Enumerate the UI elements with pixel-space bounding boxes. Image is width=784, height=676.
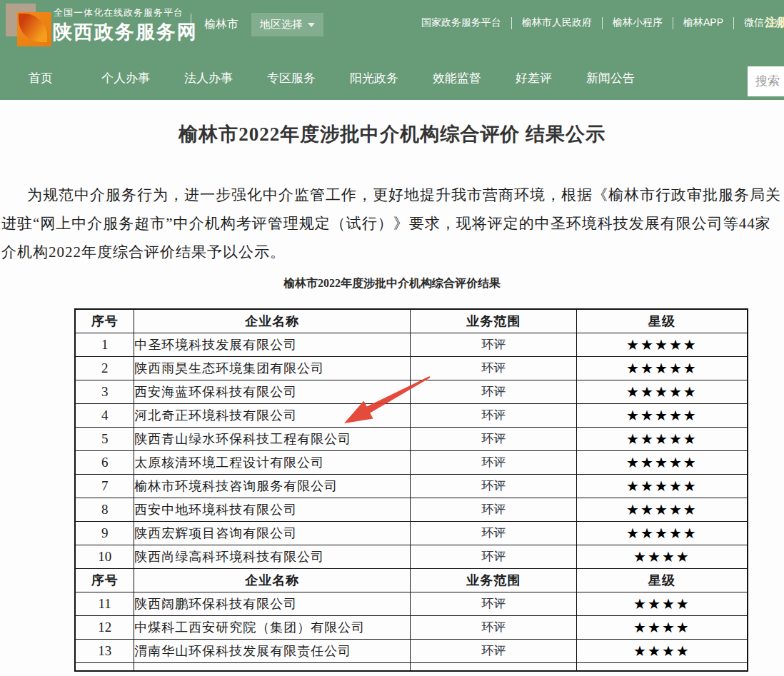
cell-scope: 环评 [411, 498, 576, 521]
cell-no: 3 [75, 380, 134, 403]
column-header: 序号 [75, 568, 134, 592]
top-link[interactable]: 榆林小程序 [603, 16, 673, 29]
nav-item[interactable]: 法人办事 [184, 70, 233, 86]
cell-no: 9 [75, 521, 134, 545]
star-rating: ★★★★ [576, 545, 748, 568]
nav-item[interactable]: 效能监督 [433, 70, 481, 86]
cell-scope: 环评 [411, 427, 576, 450]
cell-no: 11 [75, 592, 134, 615]
paragraph-line: 为规范中介服务行为，进一步强化中介监管工作，更好地提升我市营商环境，根据《榆林市… [1, 181, 784, 209]
star-rating: ★★★★ [576, 639, 748, 662]
table-row: 13渭南华山环保科技发展有限责任公司环评★★★★ [75, 639, 748, 662]
cell-no: 5 [75, 427, 134, 450]
star-rating: ★★★★★ [576, 450, 748, 474]
column-header: 序号 [75, 309, 134, 333]
table-row: 10陕西尚绿高科环境科技有限公司环评★★★★ [75, 545, 748, 568]
page-title: 榆林市2022年度涉批中介机构综合评价 结果公示 [0, 121, 784, 147]
cell-name: 河北奇正环境科技有限公司 [134, 403, 411, 427]
site-logo[interactable] [6, 4, 51, 46]
cell-no: 1 [75, 333, 134, 356]
register-link[interactable]: 注册 [765, 16, 784, 31]
site-name: 陕西政务服务网 [53, 19, 198, 45]
cell-scope: 环评 [411, 403, 576, 427]
table-row: 1中圣环境科技发展有限公司环评★★★★★ [75, 333, 748, 356]
star-rating: ★★★★★ [576, 498, 748, 521]
star-rating: ★★★★★ [576, 333, 748, 356]
cell-no: 8 [75, 498, 134, 521]
cell-scope: 环评 [411, 474, 576, 498]
cell-scope: 环评 [411, 521, 576, 545]
cell-empty [576, 662, 748, 671]
cell-name: 陕西青山绿水环保科技工程有限公司 [134, 427, 411, 450]
header-divider [191, 14, 191, 36]
nav-item[interactable]: 新闻公告 [586, 70, 635, 86]
cell-name: 西安海蓝环保科技有限公司 [134, 380, 411, 403]
table-row: 9陕西宏辉项目咨询有限公司环评★★★★★ [75, 521, 748, 545]
table-row: 3西安海蓝环保科技有限公司环评★★★★★ [75, 380, 748, 403]
cell-name: 陕西阔鹏环保科技有限公司 [134, 592, 411, 615]
star-rating: ★★★★★ [576, 403, 748, 427]
star-rating: ★★★★★ [576, 356, 748, 380]
region-selector-button[interactable]: 地区选择 [251, 13, 323, 36]
table-header-row: 序号企业名称业务范围星级 [75, 568, 748, 592]
column-header: 企业名称 [134, 309, 411, 333]
announcement-article: 榆林市2022年度涉批中介机构综合评价 结果公示 为规范中介服务行为，进一步强化… [0, 100, 784, 676]
cell-name: 榆林市环境科技咨询服务有限公司 [134, 474, 411, 498]
page: 全国一体化在线政务服务平台 陕西政务服务网 榆林市 地区选择 国家政务服务平台榆… [0, 0, 784, 676]
cell-empty [134, 662, 411, 671]
top-link[interactable]: 榆林市人民政府 [512, 16, 602, 29]
cell-no: 6 [75, 450, 134, 474]
cell-scope: 环评 [411, 450, 576, 474]
column-header: 业务范围 [411, 568, 576, 592]
cell-no: 7 [75, 474, 134, 498]
nav-item[interactable]: 专区服务 [267, 70, 316, 86]
cell-name: 中圣环境科技发展有限公司 [134, 333, 411, 356]
search-input[interactable] [748, 66, 784, 96]
top-link[interactable]: 国家政务服务平台 [411, 16, 511, 29]
column-header: 业务范围 [411, 309, 576, 333]
cell-no: 10 [75, 545, 134, 568]
cell-scope: 环评 [411, 639, 576, 662]
paragraph-line: 进驻“网上中介服务超市”中介机构考评管理规定（试行）》要求，现将评定的中圣环境科… [1, 209, 784, 238]
star-rating: ★★★★★ [576, 427, 748, 450]
cell-name: 陕西尚绿高科环境科技有限公司 [134, 545, 411, 568]
nav-item[interactable]: 好差评 [516, 70, 552, 86]
main-nav: 首页个人办事法人办事专区服务阳光政务效能监督好差评新闻公告 [29, 70, 635, 86]
table-row: 8西安中地环境科技有限公司环评★★★★★ [75, 498, 748, 521]
table-caption: 榆林市2022年度涉批中介机构综合评价结果 [0, 276, 784, 291]
region-selector-label: 地区选择 [260, 18, 303, 31]
cell-name: 太原核清环境工程设计有限公司 [134, 450, 411, 474]
nav-item[interactable]: 阳光政务 [350, 70, 398, 86]
star-rating: ★★★★★ [576, 474, 748, 498]
cell-name: 渭南华山环保科技发展有限责任公司 [134, 639, 411, 662]
evaluation-table: 序号企业名称业务范围星级1中圣环境科技发展有限公司环评★★★★★2陕西雨昊生态环… [74, 308, 748, 672]
cell-name: 中煤科工西安研究院（集团）有限公司 [134, 615, 411, 639]
column-header: 星级 [576, 309, 748, 333]
cell-name: 陕西雨昊生态环境集团有限公司 [134, 356, 411, 380]
column-header: 星级 [576, 568, 748, 592]
cell-scope: 环评 [411, 615, 576, 639]
announcement-paragraph: 为规范中介服务行为，进一步强化中介监管工作，更好地提升我市营商环境，根据《榆林市… [1, 181, 784, 266]
star-rating: ★★★★★ [576, 380, 748, 403]
table-row: 4河北奇正环境科技有限公司环评★★★★★ [75, 403, 748, 427]
paragraph-line: 介机构2022年度综合评价结果予以公示。 [1, 238, 784, 266]
table-row: 11陕西阔鹏环保科技有限公司环评★★★★ [75, 592, 748, 615]
nav-item[interactable]: 首页 [29, 70, 53, 86]
cell-no: 13 [75, 639, 134, 662]
cell-name: 西安中地环境科技有限公司 [134, 498, 411, 521]
nav-item[interactable]: 个人办事 [101, 70, 150, 86]
chevron-down-icon [308, 23, 315, 27]
cell-scope: 环评 [411, 545, 576, 568]
top-link[interactable]: 榆林APP [673, 16, 733, 29]
cell-no: 12 [75, 615, 134, 639]
table-header-row: 序号企业名称业务范围星级 [75, 309, 748, 333]
cell-scope: 环评 [411, 333, 576, 356]
cell-scope: 环评 [411, 592, 576, 615]
current-city: 榆林市 [204, 17, 238, 32]
platform-label: 全国一体化在线政务服务平台 [54, 6, 184, 19]
search-box [748, 66, 784, 96]
table-row: 5陕西青山绿水环保科技工程有限公司环评★★★★★ [75, 427, 748, 450]
cell-scope: 环评 [411, 380, 576, 403]
cell-no: 2 [75, 356, 134, 380]
cell-no: 4 [75, 403, 134, 427]
